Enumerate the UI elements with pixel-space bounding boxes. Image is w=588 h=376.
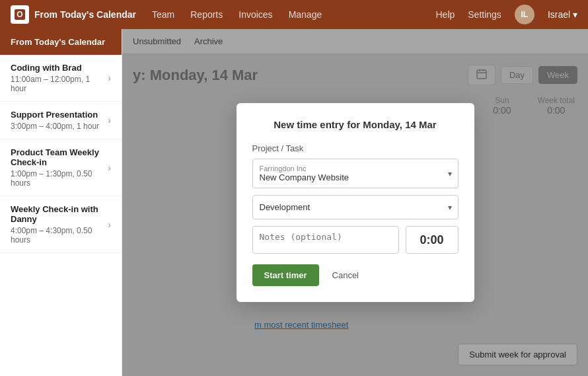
task-name: Development <box>260 202 311 212</box>
sidebar-item-title-product: Product Team Weekly Check-in <box>11 147 108 167</box>
task-chevron-down-icon: ▾ <box>448 203 452 212</box>
start-timer-button[interactable]: Start timer <box>252 264 319 286</box>
app-logo[interactable]: O From Today's Calendar <box>11 5 136 24</box>
nav-manage[interactable]: Manage <box>289 9 322 20</box>
cancel-button[interactable]: Cancel <box>326 264 365 286</box>
project-task-label: Project / Task <box>252 143 459 153</box>
company-name: Farringdon Inc <box>260 165 438 172</box>
chevron-right-icon: › <box>108 73 111 83</box>
sidebar-item-title-support: Support Presentation <box>11 110 108 120</box>
main-layout: From Today's Calendar Coding with Brad 1… <box>0 29 588 376</box>
notes-input[interactable] <box>252 226 399 254</box>
notes-row: 0:00 <box>252 226 459 254</box>
sidebar-item-product[interactable]: Product Team Weekly Check-in 1:00pm – 1:… <box>0 139 122 196</box>
user-name[interactable]: Israel ▾ <box>548 9 577 20</box>
time-entry-modal: New time entry for Monday, 14 Mar Projec… <box>237 103 474 302</box>
modal-actions: Start timer Cancel <box>252 264 459 286</box>
sidebar-item-title-coding: Coding with Brad <box>11 63 108 73</box>
logo-text: From Today's Calendar <box>34 9 136 20</box>
nav-team[interactable]: Team <box>152 9 174 20</box>
nav-invoices[interactable]: Invoices <box>239 9 272 20</box>
top-nav: O From Today's Calendar Team Reports Inv… <box>0 0 588 29</box>
nav-help[interactable]: Help <box>435 9 455 20</box>
svg-text:O: O <box>17 10 22 19</box>
nav-right: Help Settings IL Israel ▾ <box>435 5 577 24</box>
sidebar-item-weekly[interactable]: Weekly Check-in with Danny 4:00pm – 4:30… <box>0 196 122 253</box>
sidebar-header: From Today's Calendar <box>0 29 122 55</box>
modal-title: New time entry for Monday, 14 Mar <box>252 119 459 130</box>
sidebar-item-support[interactable]: Support Presentation 3:00pm – 4:00pm, 1 … <box>0 102 122 139</box>
chevron-right-icon: › <box>108 219 111 230</box>
logo-icon: O <box>11 5 29 24</box>
nav-links: Team Reports Invoices Manage <box>152 9 435 20</box>
chevron-right-icon: › <box>108 163 111 173</box>
main-content: Unsubmitted Archive y: Monday, 14 Mar Da… <box>122 29 588 376</box>
chevron-right-icon: › <box>108 115 111 126</box>
sidebar-item-time-weekly: 4:00pm – 4:30pm, 0.50 hours <box>11 226 108 244</box>
sidebar-item-coding[interactable]: Coding with Brad 11:00am – 12:00pm, 1 ho… <box>0 55 122 102</box>
nav-reports[interactable]: Reports <box>190 9 223 20</box>
timer-display: 0:00 <box>406 226 459 254</box>
project-name: New Company Website <box>260 172 438 182</box>
nav-settings[interactable]: Settings <box>468 9 501 20</box>
project-chevron-down-icon: ▾ <box>448 169 452 178</box>
avatar[interactable]: IL <box>515 5 534 24</box>
sidebar-item-title-weekly: Weekly Check-in with Danny <box>11 204 108 224</box>
sidebar-item-time-product: 1:00pm – 1:30pm, 0.50 hours <box>11 169 108 188</box>
task-select[interactable]: Development <box>252 195 459 219</box>
sidebar: From Today's Calendar Coding with Brad 1… <box>0 29 122 376</box>
project-select-wrapper: Farringdon Inc New Company Website ▾ <box>252 159 459 188</box>
sidebar-item-time-coding: 11:00am – 12:00pm, 1 hour <box>11 75 108 93</box>
project-select[interactable]: Farringdon Inc New Company Website <box>252 159 459 188</box>
sidebar-item-time-support: 3:00pm – 4:00pm, 1 hour <box>11 122 108 131</box>
modal-overlay: New time entry for Monday, 14 Mar Projec… <box>122 29 588 376</box>
